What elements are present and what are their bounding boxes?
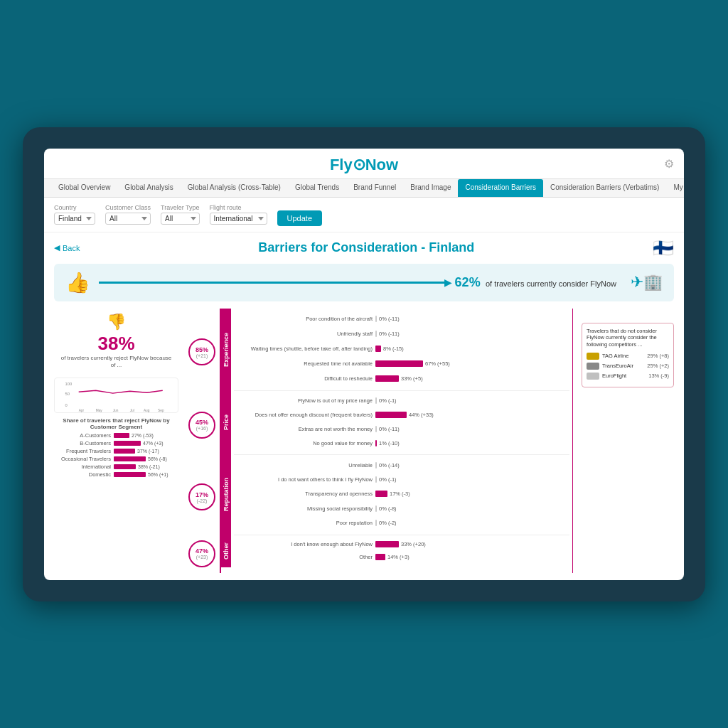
bar-label: Poor reputation	[234, 520, 373, 526]
bar-wrap: 0% (-8)	[375, 505, 569, 512]
tab-global-overview[interactable]: Global Overview	[51, 179, 117, 197]
bar	[375, 541, 399, 547]
other-pct: 47%	[196, 547, 208, 555]
main-grid: 👎 38% of travelers currently reject FlyN…	[54, 309, 674, 573]
bar-value: 0% (-2)	[379, 520, 418, 526]
bar-value: 0% (-14)	[379, 462, 418, 469]
rejection-percentage: 38%	[97, 333, 134, 355]
bar-value: 0% (-8)	[379, 505, 418, 512]
bar-row: Difficult to reshedule 33% (+5)	[234, 375, 569, 382]
competitor-color-trans	[587, 363, 599, 370]
bar-wrap: 33% (+20)	[375, 541, 569, 547]
price-circle: 45% (+16)	[188, 412, 215, 439]
experience-pct: 85%	[196, 346, 208, 353]
bar-wrap: 0% (-14)	[375, 462, 569, 469]
back-button[interactable]: ◀ Back	[54, 243, 80, 252]
segment-bar-wrap: 27% (-53)	[114, 433, 178, 438]
reputation-bars: Unreliable 0% (-14) I do not want others…	[234, 454, 569, 535]
svg-text:0: 0	[65, 404, 68, 408]
bar-row: Extras are not worth the money 0% (-11)	[234, 426, 569, 432]
device-frame: Fly⊙Now ⚙ Global Overview Global Analysi…	[23, 127, 705, 601]
bar-wrap: 8% (-15)	[375, 346, 569, 352]
tab-consideration-barriers-verbatims[interactable]: Consideration Barriers (Verbatims)	[543, 179, 666, 197]
bar-label: Transparency and openness	[234, 491, 373, 497]
tab-consideration-barriers[interactable]: Consideration Barriers	[458, 179, 543, 197]
bar-value: 17% (-3)	[390, 491, 429, 497]
bar-row: Transparency and openness 17% (-3)	[234, 491, 569, 497]
segment-bar-wrap: 37% (-17)	[114, 449, 178, 454]
svg-text:Jul: Jul	[130, 409, 134, 412]
segment-row-international: International 38% (-21)	[54, 464, 178, 470]
bar-wrap: 0% (-11)	[375, 331, 569, 337]
customer-class-select[interactable]: All	[105, 213, 151, 225]
country-select[interactable]: Finland	[54, 213, 95, 225]
app-logo: Fly⊙Now	[58, 156, 670, 174]
competitor-row-tag: TAG Airline 29% (+8)	[587, 353, 669, 360]
category-labels-col: Experience Price Reputation Other	[220, 309, 231, 573]
competitor-color-euro	[587, 373, 599, 380]
segment-label: A-Customers	[54, 432, 111, 439]
experience-circle: 85% (+21)	[188, 338, 215, 365]
bar-label: Poor condition of the aircraft	[234, 316, 373, 322]
country-label: Country	[54, 204, 95, 211]
bar-label: I don't know enough about FlyNow	[234, 541, 373, 547]
svg-text:Sep: Sep	[158, 409, 164, 412]
reject-box: 👎 38% of travelers currently reject FlyN…	[54, 309, 178, 374]
thumbup-icon: 👍	[65, 271, 90, 294]
bar-wrap: 44% (+33)	[375, 412, 569, 418]
tab-global-analysis-cross[interactable]: Global Analysis (Cross-Table)	[181, 179, 288, 197]
tab-my-stories[interactable]: My Stories	[666, 179, 684, 197]
price-bars: FlyNow is out of my price range 0% (-1) …	[234, 390, 569, 454]
nav-tabs: Global Overview Global Analysis Global A…	[44, 179, 684, 198]
tab-brand-image[interactable]: Brand Image	[403, 179, 458, 197]
middle-panel: 85% (+21) 45% (+16) 17%	[184, 309, 576, 573]
category-price: 45% (+16)	[184, 393, 220, 457]
other-label-vert: Other	[221, 535, 231, 567]
bar-value: 14% (+3)	[387, 554, 427, 560]
bar-row: I don't know enough about FlyNow 33% (+2…	[234, 541, 569, 547]
competitor-box: Travelers that do not consider FlyNow cu…	[582, 323, 674, 387]
bar-label: Extras are not worth the money	[234, 426, 373, 432]
bars-and-labels: Experience Price Reputation Other Poor c…	[220, 309, 569, 573]
gear-icon[interactable]: ⚙	[664, 157, 674, 171]
competitor-color-tag	[587, 353, 599, 360]
header: Fly⊙Now ⚙	[44, 149, 684, 179]
bar-value: 0% (-1)	[379, 397, 418, 404]
filter-traveler-type: Traveler Type All	[161, 204, 200, 225]
reputation-label-vert: Reputation	[221, 454, 231, 535]
airplane-building-icon: ✈🏢	[631, 273, 663, 291]
tab-global-trends[interactable]: Global Trends	[288, 179, 346, 197]
segment-value: 56% (+1)	[148, 472, 168, 477]
update-button[interactable]: Update	[277, 210, 322, 226]
segment-value: 56% (-8)	[148, 456, 167, 461]
country-flag: 🇫🇮	[653, 238, 674, 258]
category-experience: 85% (+21)	[184, 311, 220, 393]
bar	[375, 397, 377, 404]
bar-label: No good value for money	[234, 440, 373, 446]
segment-bar	[114, 449, 135, 454]
bar	[375, 505, 377, 512]
traveler-type-select[interactable]: All	[161, 213, 200, 225]
flight-route-select[interactable]: International	[210, 213, 267, 225]
bar-row: Unreliable 0% (-14)	[234, 462, 569, 469]
competitor-val-tag: 29% (+8)	[647, 353, 669, 359]
bar-value: 67% (+55)	[425, 360, 464, 367]
bar-wrap: 0% (-1)	[375, 476, 569, 483]
bar	[375, 554, 385, 560]
segment-row-a-customers: A-Customers 27% (-53)	[54, 432, 178, 439]
bar-wrap: 0% (-11)	[375, 426, 569, 432]
segment-row-occasional: Occasional Travelers 56% (-8)	[54, 456, 178, 462]
segment-bar-wrap: 47% (+3)	[114, 441, 178, 446]
price-delta: (+16)	[196, 426, 208, 431]
bar-wrap: 17% (-3)	[375, 491, 569, 497]
consideration-bar: 👍 62% of travelers currently consider Fl…	[54, 264, 674, 301]
page-content: ◀ Back Barriers for Consideration - Finl…	[44, 232, 684, 580]
segment-bar	[114, 433, 129, 438]
logo-circle: ⊙	[353, 156, 365, 173]
bar	[375, 440, 377, 446]
tab-brand-funnel[interactable]: Brand Funnel	[346, 179, 403, 197]
tab-global-analysis[interactable]: Global Analysis	[117, 179, 180, 197]
svg-text:Apr: Apr	[79, 409, 85, 412]
bar-label: Other	[234, 554, 373, 560]
reputation-circle: 17% (-22)	[188, 483, 215, 510]
